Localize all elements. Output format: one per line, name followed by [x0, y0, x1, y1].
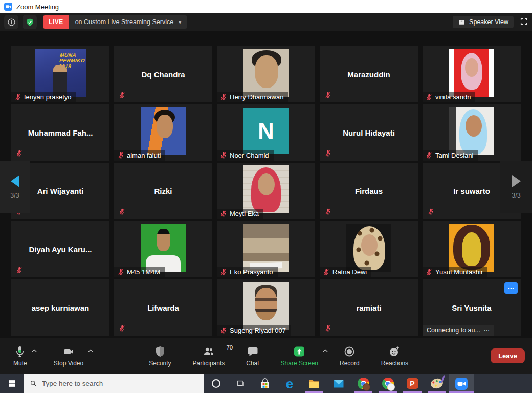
- participant-tile[interactable]: Lifwarda: [114, 279, 212, 336]
- muted-mic-icon: [220, 93, 227, 101]
- caret-down-icon: ▾: [179, 19, 181, 25]
- participant-tile[interactable]: Ratna Dewi: [320, 221, 418, 277]
- security-label: Security: [149, 360, 171, 367]
- muted-mic-icon: [220, 268, 227, 276]
- participant-tile[interactable]: M45 1M4M: [114, 221, 212, 277]
- security-button[interactable]: Security: [149, 345, 171, 367]
- cortana-button[interactable]: [204, 374, 228, 393]
- powerpoint-icon: P: [407, 378, 418, 389]
- participant-name-tag: vinita sandri: [423, 92, 475, 102]
- taskbar-search-input[interactable]: [42, 380, 197, 387]
- participant-tile[interactable]: Meyti Eka: [217, 163, 315, 219]
- participant-avatar: [243, 165, 289, 213]
- live-stream-label: on Custom Live Streaming Service: [75, 18, 173, 26]
- participant-tile[interactable]: Sugeng Riyadi 007: [217, 279, 315, 336]
- record-label: Record: [340, 360, 360, 367]
- chrome-icon: [382, 378, 394, 389]
- participant-tile[interactable]: Sri YusnitaConnecting to au...⋯⋯: [423, 279, 521, 336]
- participant-tile[interactable]: asep kurniawan: [11, 279, 109, 336]
- muted-mic-icon: [427, 208, 434, 215]
- muted-mic-icon: [119, 91, 126, 99]
- stop-video-button[interactable]: Stop Video: [54, 345, 84, 367]
- participant-tile[interactable]: Rizki: [114, 163, 212, 219]
- participant-name: Muhammad Fah...: [11, 104, 109, 161]
- participant-name-tag: alman faluti: [114, 150, 165, 161]
- participant-name: Ratna Dewi: [332, 268, 367, 276]
- zoom-icon: [455, 378, 468, 390]
- start-button[interactable]: [0, 374, 24, 393]
- participants-count: 70: [226, 344, 233, 351]
- taskbar-app-microsoft-edge[interactable]: e: [277, 374, 302, 393]
- leave-button[interactable]: Leave: [491, 348, 525, 363]
- more-icon: ⋯: [484, 327, 490, 334]
- taskbar-search-box[interactable]: [24, 374, 204, 393]
- microsoft-store-icon: [259, 378, 271, 390]
- participant-tile[interactable]: Eko Prasyanto: [217, 221, 315, 277]
- mute-button[interactable]: Mute: [13, 345, 27, 367]
- participant-tile[interactable]: Herry Dharmawan: [217, 46, 315, 102]
- participant-tile[interactable]: MUNAPERMIKO2019 feriyan prasetyo: [11, 46, 109, 102]
- edge-icon: e: [286, 377, 293, 390]
- participant-tile[interactable]: Tami Desiani: [423, 104, 521, 161]
- taskbar-app-microsoft-store[interactable]: [253, 374, 277, 393]
- participant-name-tag: Meyti Eka: [217, 209, 263, 219]
- participant-tile[interactable]: Muhammad Fah...: [11, 104, 109, 161]
- participant-tile[interactable]: ramiati: [320, 279, 418, 336]
- live-streaming-group: LIVE on Custom Live Streaming Service ▾: [43, 15, 187, 29]
- connecting-status: Connecting to au...⋯: [423, 325, 494, 336]
- chat-button[interactable]: Chat: [246, 345, 259, 367]
- participant-tile[interactable]: Diyah Ayu Karu...: [11, 221, 109, 277]
- participant-tile[interactable]: Firdaus: [320, 163, 418, 219]
- share-screen-button[interactable]: Share Screen: [281, 345, 318, 367]
- camera-icon: [62, 345, 75, 358]
- participant-avatar: N: [243, 108, 289, 154]
- muted-mic-icon: [426, 93, 433, 101]
- mute-options-chevron-icon[interactable]: [31, 348, 37, 353]
- more-options-button[interactable]: ⋯: [504, 282, 518, 294]
- live-stream-menu[interactable]: on Custom Live Streaming Service ▾: [69, 15, 187, 29]
- video-options-chevron-icon[interactable]: [87, 348, 94, 353]
- live-badge: LIVE: [43, 15, 69, 29]
- muted-mic-icon: [324, 149, 331, 157]
- previous-page-button[interactable]: 3/3: [0, 161, 30, 213]
- participant-tile[interactable]: alman faluti: [114, 104, 212, 161]
- participant-tile[interactable]: Nurul Hidayati: [320, 104, 418, 161]
- participant-name: vinita sandri: [435, 93, 471, 101]
- reactions-button[interactable]: Reactions: [381, 345, 408, 367]
- participant-tile[interactable]: Dq Chandra: [114, 46, 212, 102]
- participants-label: Participants: [193, 360, 225, 367]
- meeting-controls-bar: Mute Stop Video Security 70 Pa: [0, 338, 532, 374]
- participant-name-tag: M45 1M4M: [114, 267, 165, 277]
- record-button[interactable]: Record: [340, 345, 360, 367]
- muted-mic-icon: [324, 91, 331, 99]
- participant-tile[interactable]: vinita sandri: [423, 46, 521, 102]
- participant-tile[interactable]: Marazuddin: [320, 46, 418, 102]
- meeting-info-button[interactable]: [4, 15, 18, 29]
- taskbar-app-paint-3d[interactable]: [425, 374, 449, 393]
- taskbar-app-file-explorer[interactable]: [302, 374, 326, 393]
- speaker-view-button[interactable]: Speaker View: [453, 16, 514, 28]
- participant-name: ramiati: [320, 279, 418, 336]
- taskbar-app-zoom[interactable]: [449, 374, 474, 393]
- shield-check-icon: [26, 18, 34, 27]
- fullscreen-button[interactable]: [520, 17, 528, 27]
- next-page-button[interactable]: 3/3: [500, 161, 532, 213]
- taskbar-app-chrome-profile-1[interactable]: [351, 374, 375, 393]
- share-screen-icon: [293, 345, 305, 358]
- participant-tile[interactable]: N Noer Chamid: [217, 104, 315, 161]
- taskbar-app-chrome-profile-2[interactable]: [375, 374, 400, 393]
- participants-button[interactable]: 70 Participants: [193, 345, 225, 367]
- share-options-chevron-icon[interactable]: [322, 348, 328, 353]
- participant-tile[interactable]: Yusuf Muntashir: [423, 221, 521, 277]
- taskbar-app-mail[interactable]: [326, 374, 351, 393]
- muted-mic-icon: [324, 324, 331, 332]
- participant-name: Sugeng Riyadi 007: [230, 326, 286, 334]
- meeting-toolbar: LIVE on Custom Live Streaming Service ▾ …: [0, 13, 532, 31]
- task-view-icon: [236, 379, 245, 388]
- task-view-button[interactable]: [228, 374, 253, 393]
- taskbar-app-powerpoint[interactable]: P: [400, 374, 425, 393]
- info-icon: [7, 18, 16, 27]
- muted-mic-icon: [426, 151, 433, 159]
- file-explorer-icon: [308, 378, 320, 390]
- encryption-shield-button[interactable]: [23, 15, 37, 29]
